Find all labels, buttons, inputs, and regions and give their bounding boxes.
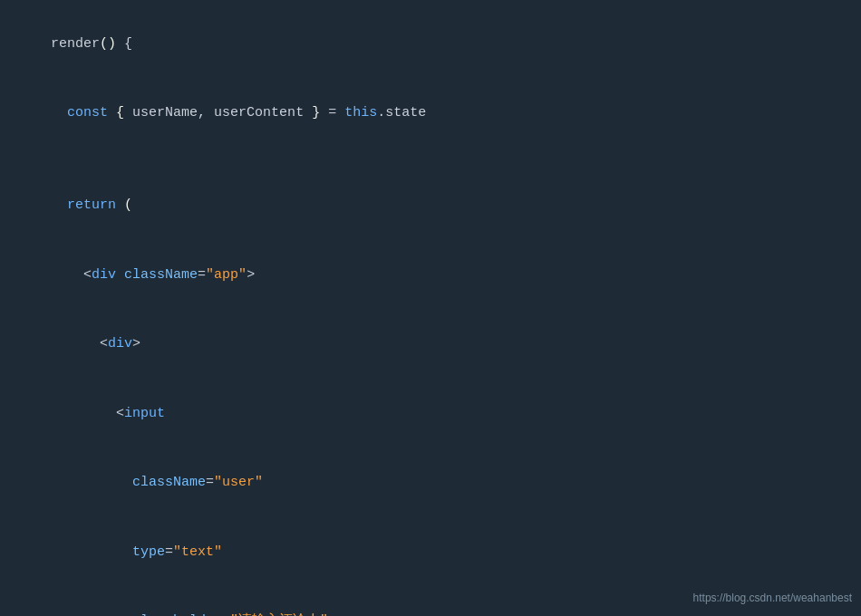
code-line-2: const { userName, userContent } = this.s… — [18, 79, 861, 149]
code-line-7: <input — [18, 379, 861, 448]
code-line-8: className="user" — [18, 448, 861, 518]
code-line-6: <div> — [18, 310, 861, 380]
code-line-4: return ( — [18, 171, 861, 241]
code-line-1: render() { — [18, 9, 861, 79]
fn-name: render — [51, 36, 100, 52]
code-line-5: <div className="app"> — [18, 240, 861, 310]
code-line-9: type="text" — [18, 517, 861, 587]
code-editor: render() { const { userName, userContent… — [0, 0, 861, 616]
code-line-3 — [18, 148, 861, 171]
watermark: https://blog.csdn.net/weahanbest — [693, 589, 852, 607]
